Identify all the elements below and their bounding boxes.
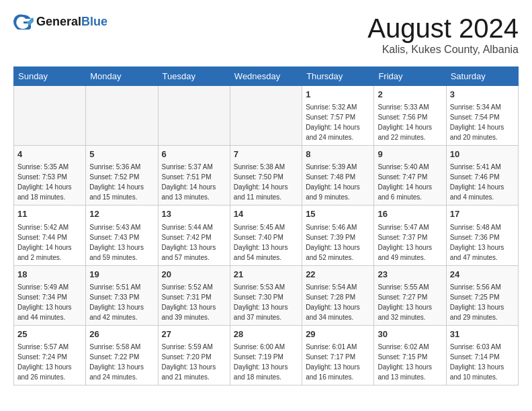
calendar-week-row: 25Sunrise: 5:57 AM Sunset: 7:24 PM Dayli… [14,325,519,385]
weekday-header: Wednesday [230,67,302,86]
calendar-day-cell: 17Sunrise: 5:48 AM Sunset: 7:36 PM Dayli… [446,205,518,265]
day-number: 11 [17,208,82,220]
calendar-day-cell: 26Sunrise: 5:58 AM Sunset: 7:22 PM Dayli… [86,325,158,385]
day-number: 23 [378,269,442,281]
weekday-header: Monday [86,67,158,86]
day-number: 15 [306,208,370,220]
calendar-day-cell: 5Sunrise: 5:36 AM Sunset: 7:52 PM Daylig… [86,146,158,205]
day-info: Sunrise: 5:35 AM Sunset: 7:53 PM Dayligh… [17,162,82,202]
calendar-day-cell [158,86,230,146]
calendar-day-cell: 10Sunrise: 5:41 AM Sunset: 7:46 PM Dayli… [446,146,518,205]
day-info: Sunrise: 6:00 AM Sunset: 7:19 PM Dayligh… [234,342,298,382]
calendar-day-cell: 23Sunrise: 5:55 AM Sunset: 7:27 PM Dayli… [374,265,446,325]
calendar-table: SundayMondayTuesdayWednesdayThursdayFrid… [13,66,519,385]
day-number: 26 [89,328,154,340]
location-title: Kalis, Kukes County, Albania [367,44,519,56]
calendar-day-cell: 9Sunrise: 5:40 AM Sunset: 7:47 PM Daylig… [374,146,446,205]
weekday-header: Friday [374,67,446,86]
day-number: 19 [89,269,154,281]
calendar-day-cell: 15Sunrise: 5:46 AM Sunset: 7:39 PM Dayli… [302,205,374,265]
calendar-day-cell: 2Sunrise: 5:33 AM Sunset: 7:56 PM Daylig… [374,86,446,146]
day-number: 13 [162,208,226,220]
logo-blue: Blue [81,15,107,28]
day-number: 14 [234,208,298,220]
day-number: 25 [17,328,82,340]
calendar-day-cell: 12Sunrise: 5:43 AM Sunset: 7:43 PM Dayli… [86,205,158,265]
day-number: 6 [162,148,226,161]
calendar-week-row: 11Sunrise: 5:42 AM Sunset: 7:44 PM Dayli… [14,205,519,265]
title-block: August 2024 Kalis, Kukes County, Albania [367,13,519,56]
day-info: Sunrise: 5:57 AM Sunset: 7:24 PM Dayligh… [17,342,82,382]
day-info: Sunrise: 5:38 AM Sunset: 7:50 PM Dayligh… [234,162,298,202]
calendar-day-cell: 13Sunrise: 5:44 AM Sunset: 7:42 PM Dayli… [158,205,230,265]
logo-icon [13,13,34,30]
day-info: Sunrise: 6:03 AM Sunset: 7:14 PM Dayligh… [450,342,515,382]
calendar-day-cell [14,86,86,146]
day-info: Sunrise: 5:41 AM Sunset: 7:46 PM Dayligh… [450,162,515,202]
calendar-day-cell: 22Sunrise: 5:54 AM Sunset: 7:28 PM Dayli… [302,265,374,325]
calendar-day-cell [230,86,302,146]
day-number: 30 [378,328,442,340]
calendar-day-cell: 25Sunrise: 5:57 AM Sunset: 7:24 PM Dayli… [14,325,86,385]
calendar-header-row: SundayMondayTuesdayWednesdayThursdayFrid… [14,67,519,86]
day-number: 28 [234,328,298,340]
day-number: 20 [162,269,226,281]
day-info: Sunrise: 5:33 AM Sunset: 7:56 PM Dayligh… [378,102,442,142]
day-info: Sunrise: 5:39 AM Sunset: 7:48 PM Dayligh… [306,162,370,202]
day-number: 5 [89,148,154,161]
calendar-week-row: 18Sunrise: 5:49 AM Sunset: 7:34 PM Dayli… [14,265,519,325]
weekday-header: Saturday [446,67,518,86]
day-info: Sunrise: 5:55 AM Sunset: 7:27 PM Dayligh… [378,282,442,322]
calendar-day-cell: 18Sunrise: 5:49 AM Sunset: 7:34 PM Dayli… [14,265,86,325]
calendar-week-row: 4Sunrise: 5:35 AM Sunset: 7:53 PM Daylig… [14,146,519,205]
calendar-day-cell: 4Sunrise: 5:35 AM Sunset: 7:53 PM Daylig… [14,146,86,205]
day-number: 31 [450,328,515,340]
day-number: 17 [450,208,515,220]
day-number: 12 [89,208,154,220]
calendar-day-cell: 11Sunrise: 5:42 AM Sunset: 7:44 PM Dayli… [14,205,86,265]
day-number: 16 [378,208,442,220]
calendar-day-cell: 8Sunrise: 5:39 AM Sunset: 7:48 PM Daylig… [302,146,374,205]
day-number: 2 [378,89,442,101]
month-title: August 2024 [367,13,519,44]
day-number: 3 [450,89,515,101]
day-info: Sunrise: 5:42 AM Sunset: 7:44 PM Dayligh… [17,222,82,263]
calendar-day-cell: 14Sunrise: 5:45 AM Sunset: 7:40 PM Dayli… [230,205,302,265]
day-number: 4 [17,148,82,161]
day-info: Sunrise: 5:36 AM Sunset: 7:52 PM Dayligh… [89,162,154,202]
calendar-day-cell: 16Sunrise: 5:47 AM Sunset: 7:37 PM Dayli… [374,205,446,265]
logo-general: General [36,15,81,28]
calendar-day-cell: 21Sunrise: 5:53 AM Sunset: 7:30 PM Dayli… [230,265,302,325]
day-info: Sunrise: 5:53 AM Sunset: 7:30 PM Dayligh… [234,282,298,322]
calendar-day-cell: 27Sunrise: 5:59 AM Sunset: 7:20 PM Dayli… [158,325,230,385]
day-info: Sunrise: 5:46 AM Sunset: 7:39 PM Dayligh… [306,222,370,263]
day-number: 21 [234,269,298,281]
day-info: Sunrise: 5:37 AM Sunset: 7:51 PM Dayligh… [162,162,226,202]
day-info: Sunrise: 5:34 AM Sunset: 7:54 PM Dayligh… [450,102,515,142]
day-info: Sunrise: 5:44 AM Sunset: 7:42 PM Dayligh… [162,222,226,263]
day-info: Sunrise: 5:40 AM Sunset: 7:47 PM Dayligh… [378,162,442,202]
logo: GeneralBlue [13,13,107,30]
calendar-day-cell: 24Sunrise: 5:56 AM Sunset: 7:25 PM Dayli… [446,265,518,325]
page-header: GeneralBlue August 2024 Kalis, Kukes Cou… [13,13,519,56]
day-number: 9 [378,148,442,161]
calendar-day-cell: 1Sunrise: 5:32 AM Sunset: 7:57 PM Daylig… [302,86,374,146]
calendar-day-cell: 7Sunrise: 5:38 AM Sunset: 7:50 PM Daylig… [230,146,302,205]
day-info: Sunrise: 6:01 AM Sunset: 7:17 PM Dayligh… [306,342,370,382]
day-info: Sunrise: 5:49 AM Sunset: 7:34 PM Dayligh… [17,282,82,322]
day-info: Sunrise: 5:47 AM Sunset: 7:37 PM Dayligh… [378,222,442,263]
weekday-header: Tuesday [158,67,230,86]
day-info: Sunrise: 5:59 AM Sunset: 7:20 PM Dayligh… [162,342,226,382]
calendar-day-cell: 29Sunrise: 6:01 AM Sunset: 7:17 PM Dayli… [302,325,374,385]
calendar-day-cell [86,86,158,146]
day-info: Sunrise: 5:43 AM Sunset: 7:43 PM Dayligh… [89,222,154,263]
calendar-day-cell: 28Sunrise: 6:00 AM Sunset: 7:19 PM Dayli… [230,325,302,385]
calendar-day-cell: 20Sunrise: 5:52 AM Sunset: 7:31 PM Dayli… [158,265,230,325]
day-info: Sunrise: 5:48 AM Sunset: 7:36 PM Dayligh… [450,222,515,263]
day-number: 1 [306,89,370,101]
day-number: 18 [17,269,82,281]
weekday-header: Sunday [14,67,86,86]
day-number: 22 [306,269,370,281]
day-info: Sunrise: 5:56 AM Sunset: 7:25 PM Dayligh… [450,282,515,322]
day-info: Sunrise: 5:45 AM Sunset: 7:40 PM Dayligh… [234,222,298,263]
